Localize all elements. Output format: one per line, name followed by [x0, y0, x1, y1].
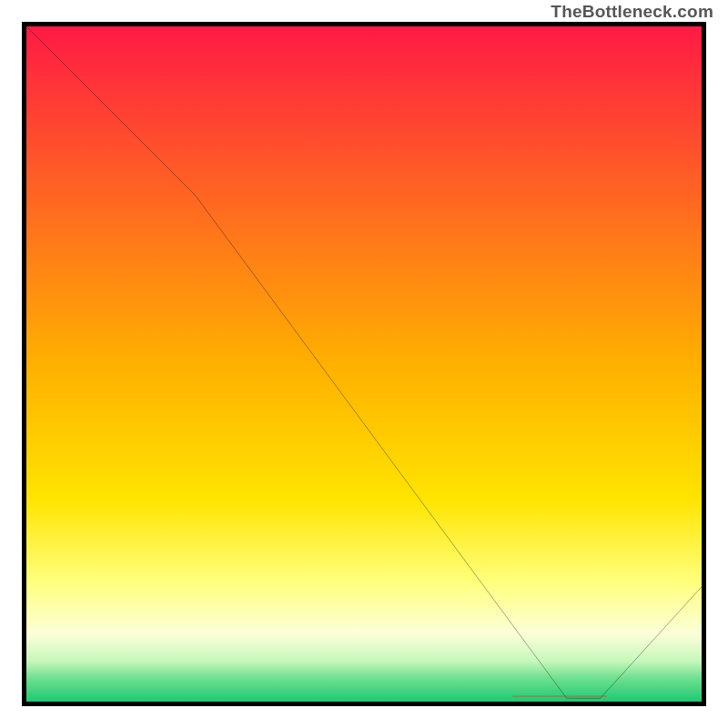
- series-line: [26, 26, 702, 702]
- chart-root: TheBottleneck.com: [0, 0, 728, 728]
- attribution-label: TheBottleneck.com: [551, 2, 713, 22]
- plot-area: [22, 22, 706, 706]
